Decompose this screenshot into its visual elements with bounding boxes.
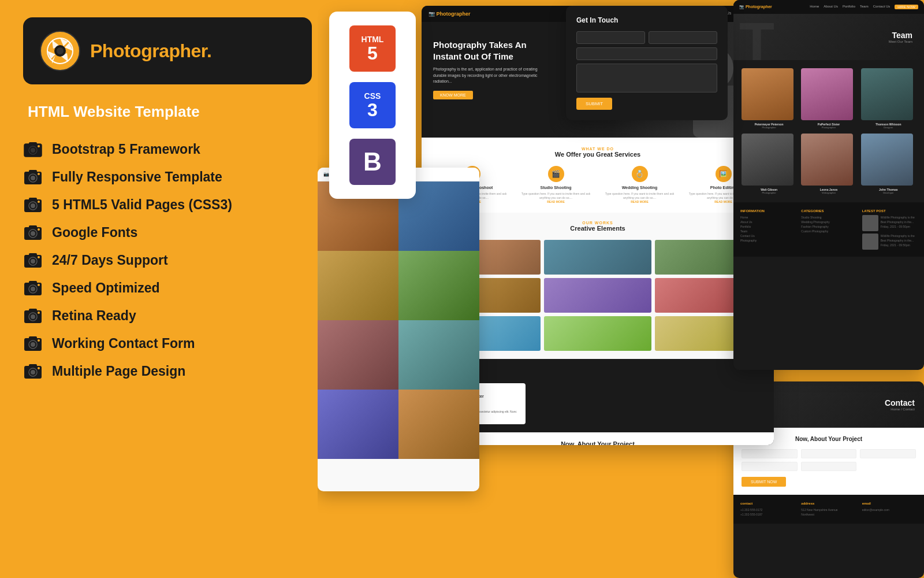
camera-feat-icon-5 [23,250,43,270]
svg-rect-33 [29,281,37,284]
ms-service-3: 💍 Wedding Shooting Type question here. I… [601,166,679,203]
cs-input-3 [860,449,916,458]
cs-contact-sub: Home / Contact [885,407,915,411]
feature-multipage: Multiple Page Design [23,359,312,383]
feature-html5: 5 HTML5 Valid Pages (CSS3) [23,192,312,217]
feature-bootstrap: Bootstrap 5 Framework [23,137,312,161]
ts-member-1: Petermeyer Peterson Photographer [742,68,796,129]
ms-portfolio-grid [433,240,762,351]
camera-feat-icon-7 [23,306,43,325]
ms-services-grid: 📸 Fashion / Photoshoot Type question her… [433,166,762,203]
git-name-input[interactable] [576,31,645,44]
get-in-touch-card: Get In Touch SUBMIT [566,6,728,120]
feature-multipage-label: Multiple Page Design [52,364,185,379]
feature-bootstrap-label: Bootstrap 5 Framework [52,142,200,157]
ts-footer: INFORMATION Home About Us Portfolio Team… [733,202,924,257]
svg-point-34 [31,287,35,291]
git-email-input[interactable] [649,31,717,44]
svg-point-25 [38,228,40,231]
feature-html5-label: 5 HTML5 Valid Pages (CSS3) [52,197,232,213]
cs-input-2 [801,449,857,458]
cs-contact-title: Contact [885,398,915,407]
git-phone-input[interactable] [576,47,717,60]
ms-port-item-5 [544,278,651,313]
ps-port-6 [398,320,479,390]
git-title: Get In Touch [576,16,717,24]
svg-point-9 [31,148,35,153]
svg-rect-28 [29,253,37,257]
svg-point-44 [31,342,35,347]
ms-port-item-8 [544,316,651,351]
svg-point-40 [38,312,40,314]
feature-contact-label: Working Contact Form [52,336,195,351]
ms-hero-content: Photography Takes An Instant Out Of Time… [433,39,549,99]
ms-hero-cta: KNOW MORE [433,91,473,99]
svg-point-45 [38,339,40,342]
cs-input-4 [742,462,798,471]
brand-subtitle: HTML Website Template [23,103,312,121]
portfolio-screenshot: 📷 Photographer [318,168,479,491]
ts-member-photo-3 [861,68,913,120]
camera-feat-icon [23,139,43,159]
cs-footer-email: email editor@example.com [862,502,917,517]
ts-member-photo-1 [742,68,793,120]
ts-post-thumb-2 [862,234,878,250]
svg-rect-18 [29,198,37,201]
svg-rect-38 [29,309,37,312]
feature-support-label: 24/7 Days Support [52,253,168,268]
ms-port-item-2 [544,240,651,275]
features-list: Bootstrap 5 Framework Fully Responsive T… [23,137,312,383]
ms-services-label: WHAT WE DO [433,147,762,151]
ms-logo: 📷 Photographer [429,11,471,17]
cs-footer-address: address 512 New Hampshire Avenue Northwe… [801,502,856,517]
feature-speed-label: Speed Optimized [52,280,160,296]
svg-point-50 [38,367,40,369]
feature-fonts: Google Fonts [23,220,312,244]
ts-member-photo-6 [861,134,913,186]
svg-rect-43 [29,336,37,340]
logo-area: Photographer. [23,17,312,84]
ts-post-thumb-1 [862,215,878,231]
svg-point-24 [31,231,35,236]
ts-hero-area: T Team Meet Our Team [733,14,924,60]
feature-fonts-label: Google Fonts [52,225,137,240]
ps-port-4 [398,251,479,320]
svg-rect-48 [29,364,37,368]
ts-navbar: 📷 Photographer Home About Us Portfolio T… [733,0,924,14]
ts-member-6: John Thomas Developer [861,134,916,194]
ts-team-title: Team [889,31,912,40]
team-screenshot: 📷 Photographer Home About Us Portfolio T… [733,0,924,370]
svg-point-14 [31,176,35,180]
tech-badges-card: HTML 5 CSS 3 B [329,12,416,199]
svg-rect-8 [29,142,37,146]
ms-service-icon-4: 🖼️ [716,166,732,182]
svg-point-35 [38,284,40,286]
ts-member-4: Walt Gibson Photographer [742,134,796,194]
left-panel: Photographer. HTML Website Template Boot… [0,0,335,578]
camera-feat-icon-9 [23,361,43,381]
ts-team-sub: Meet Our Team [889,40,912,43]
git-submit-btn[interactable]: SUBMIT [576,98,612,110]
ms-service-icon-2: 🎬 [548,166,564,182]
feature-retina: Retina Ready [23,303,312,328]
cs-input-1 [742,449,798,458]
ts-footer-categories: CATEGORIES Studio Shooting Wedding Photo… [801,209,856,250]
svg-point-49 [31,370,35,375]
svg-rect-23 [29,225,37,229]
git-form-row-1 [576,31,717,44]
css3-badge: CSS 3 [349,82,396,128]
ts-member-photo-4 [742,134,793,186]
svg-point-3 [57,47,64,54]
feature-support: 24/7 Days Support [23,248,312,272]
ts-team-grid: Petermeyer Peterson Photographer PaPerfe… [733,60,924,202]
cs-submit-btn: SUBMIT NOW [742,477,786,487]
ps-port-3 [318,251,398,320]
cs-footer-contact: contact +1 202-555-0172 +1 202-555-0187 [740,502,795,517]
ps-port-8 [398,390,479,459]
svg-point-30 [38,256,40,258]
cs-input-5 [801,462,857,471]
ms-service-2: 🎬 Studio Shooting Type question here. If… [517,166,595,203]
git-message-input[interactable] [576,64,717,92]
svg-point-19 [31,203,35,208]
feature-contact: Working Contact Form [23,331,312,355]
